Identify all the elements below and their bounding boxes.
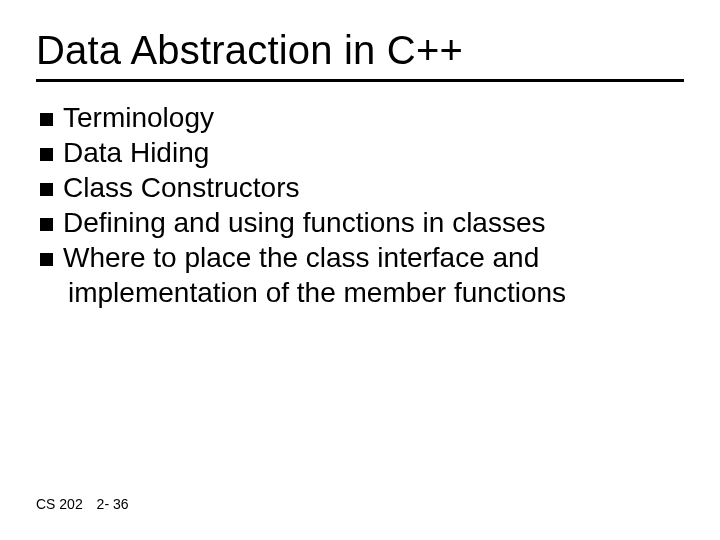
- list-item: Defining and using functions in classes: [40, 205, 684, 240]
- bullet-text: Defining and using functions in classes: [63, 207, 546, 238]
- slide-footer: CS 202 2- 36: [36, 496, 129, 512]
- slide-title: Data Abstraction in C++: [36, 28, 684, 73]
- list-item: Data Hiding: [40, 135, 684, 170]
- bullet-icon: [40, 113, 53, 126]
- list-item: Class Constructors: [40, 170, 684, 205]
- bullet-icon: [40, 148, 53, 161]
- bullet-text: Data Hiding: [63, 137, 209, 168]
- bullet-icon: [40, 253, 53, 266]
- title-rule: [36, 79, 684, 82]
- bullet-icon: [40, 218, 53, 231]
- bullet-text: Terminology: [63, 102, 214, 133]
- bullet-icon: [40, 183, 53, 196]
- list-item: Terminology: [40, 100, 684, 135]
- bullet-text: Where to place the class interface and i…: [63, 242, 566, 308]
- bullet-list: Terminology Data Hiding Class Constructo…: [36, 100, 684, 310]
- footer-page: 2- 36: [97, 496, 129, 512]
- footer-course: CS 202: [36, 496, 83, 512]
- bullet-text: Class Constructors: [63, 172, 300, 203]
- list-item: Where to place the class interface and i…: [40, 240, 684, 310]
- slide: Data Abstraction in C++ Terminology Data…: [0, 0, 720, 540]
